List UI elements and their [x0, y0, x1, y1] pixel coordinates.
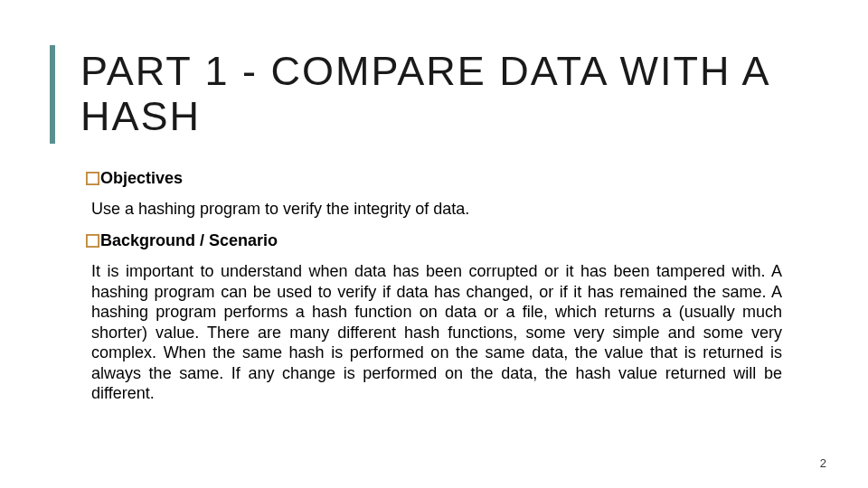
- bullet-square-icon: [86, 234, 99, 248]
- bullet-square-icon: [86, 172, 99, 185]
- section-heading-background: Background / Scenario: [86, 231, 782, 250]
- slide-title: PART 1 - COMPARE DATA WITH A HASH: [80, 45, 791, 144]
- section-heading-text: Background / Scenario: [100, 231, 278, 250]
- slide-container: PART 1 - COMPARE DATA WITH A HASH Object…: [0, 0, 868, 404]
- svg-rect-0: [87, 173, 99, 184]
- section-body-objectives: Use a hashing program to verify the inte…: [86, 199, 782, 220]
- section-body-background: It is important to understand when data …: [86, 261, 782, 404]
- page-number: 2: [820, 456, 826, 470]
- content-area: Objectives Use a hashing program to veri…: [50, 169, 791, 404]
- title-accent-bar: [50, 45, 55, 144]
- svg-rect-1: [87, 235, 99, 247]
- title-block: PART 1 - COMPARE DATA WITH A HASH: [50, 45, 791, 144]
- section-heading-text: Objectives: [100, 169, 183, 188]
- section-heading-objectives: Objectives: [86, 169, 782, 188]
